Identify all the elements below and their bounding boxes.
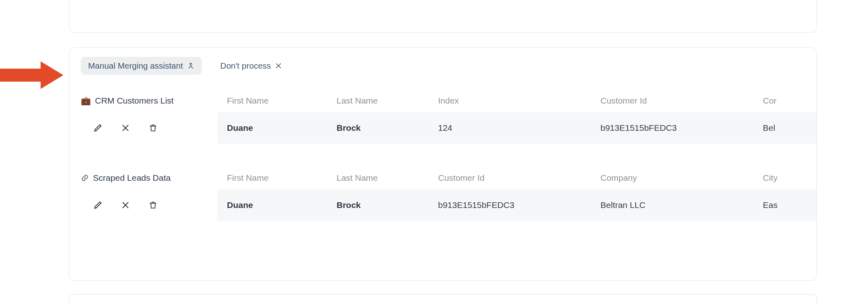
cell-value: Bel — [753, 123, 817, 133]
source-name: Scraped Leads Data — [93, 173, 171, 183]
tab-dont-process[interactable]: Don't process — [213, 57, 290, 75]
col-header: Cor — [753, 96, 817, 106]
cell-first-name: Duane — [217, 123, 327, 133]
source-block: Scraped Leads Data First Name Last Name … — [69, 167, 816, 221]
col-header: First Name — [217, 173, 327, 183]
cell-last-name: Brock — [327, 200, 428, 210]
cell-value: Eas — [753, 200, 817, 210]
merge-icon — [187, 62, 194, 69]
table-header-row: Scraped Leads Data First Name Last Name … — [81, 167, 816, 189]
col-header: Last Name — [327, 173, 428, 183]
cell-value: b913E1515bFEDC3 — [591, 123, 753, 133]
table-row: Duane Brock b913E1515bFEDC3 Beltran LLC … — [81, 189, 816, 221]
source-title: 💼 CRM Customers List — [81, 96, 174, 106]
tab-label: Don't process — [220, 61, 271, 71]
col-header: First Name — [217, 96, 327, 106]
col-header: Customer Id — [428, 173, 591, 183]
col-header: Company — [591, 173, 753, 183]
col-header: Customer Id — [591, 96, 753, 106]
col-header: City — [753, 173, 817, 183]
card-top-fragment — [69, 0, 817, 32]
pointer-arrow — [0, 59, 65, 91]
edit-button[interactable] — [92, 122, 104, 134]
table-row: Duane Brock 124 b913E1515bFEDC3 Bel — [81, 112, 816, 144]
col-header: Last Name — [327, 96, 428, 106]
delete-button[interactable] — [147, 122, 159, 134]
tab-label: Manual Merging assistant — [88, 61, 183, 71]
delete-button[interactable] — [147, 199, 159, 211]
dismiss-button[interactable] — [120, 122, 131, 134]
briefcase-icon: 💼 — [81, 96, 91, 106]
close-icon — [275, 62, 282, 69]
link-icon — [81, 174, 89, 182]
source-block: 💼 CRM Customers List First Name Last Nam… — [69, 89, 816, 144]
merge-panel: Manual Merging assistant Don't process — [69, 48, 817, 281]
card-bottom-fragment — [69, 294, 817, 303]
cell-last-name: Brock — [327, 123, 428, 133]
svg-marker-0 — [0, 61, 63, 89]
col-header: Index — [428, 96, 591, 106]
edit-button[interactable] — [92, 199, 104, 211]
cell-value: b913E1515bFEDC3 — [428, 200, 591, 210]
cell-value: Beltran LLC — [591, 200, 753, 210]
cell-value: 124 — [428, 123, 591, 133]
dismiss-button[interactable] — [120, 199, 131, 211]
tab-bar: Manual Merging assistant Don't process — [69, 48, 816, 80]
tab-manual-merging[interactable]: Manual Merging assistant — [81, 57, 202, 75]
source-title: Scraped Leads Data — [81, 173, 171, 183]
source-name: CRM Customers List — [95, 96, 174, 106]
cell-first-name: Duane — [217, 200, 327, 210]
table-header-row: 💼 CRM Customers List First Name Last Nam… — [81, 89, 816, 112]
